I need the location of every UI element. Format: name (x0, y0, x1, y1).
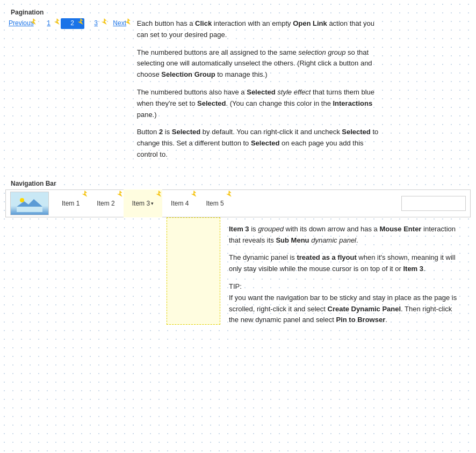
pagination-label: Pagination (5, 4, 471, 18)
pagination-description: Each button has a Click interaction with… (137, 18, 384, 160)
prev-button[interactable]: Previous (5, 18, 37, 29)
dropdown-arrow-icon: ▾ (151, 201, 154, 206)
navbar-description: Item 3 is grouped with its down arrow an… (220, 217, 471, 332)
lightning-icon (191, 191, 196, 197)
navbar-section: Navigation Bar Item 1 Item 2 Item 3 (0, 171, 476, 368)
pagination-desc-3: The numbered buttons also have a Selecte… (137, 87, 384, 120)
pagination-controls: Previous 1 2 3 Next (5, 18, 132, 29)
page-3-button[interactable]: 3 (84, 18, 108, 29)
lightning-icon (117, 191, 122, 197)
navbar-item-3[interactable]: Item 3 ▾ (124, 189, 162, 217)
submenu-panel (167, 217, 220, 325)
page-2-button[interactable]: 2 (61, 18, 84, 29)
lightning-icon (54, 18, 60, 25)
navbar-label: Navigation Bar (5, 176, 471, 189)
lightning-icon (226, 191, 232, 197)
lightning-icon (156, 191, 161, 197)
navbar-item-4[interactable]: Item 4 (162, 189, 197, 217)
lightning-icon (78, 18, 83, 25)
navbar-item-1[interactable]: Item 1 (53, 189, 88, 217)
bottom-layout: Item 3 is grouped with its down arrow an… (5, 217, 471, 362)
navbar-desc-1: Item 3 is grouped with its down arrow an… (229, 224, 462, 246)
pagination-layout: Previous 1 2 3 Next Each button has a Cl… (5, 18, 471, 160)
search-input[interactable] (404, 200, 476, 207)
navbar-desc-2: The dynamic panel is treated as a flyout… (229, 252, 462, 275)
navbar-logo (10, 192, 49, 215)
logo-image-icon (17, 195, 42, 212)
flyout-area (5, 217, 220, 362)
navbar-search[interactable] (401, 196, 466, 211)
next-button[interactable]: Next (108, 18, 132, 29)
page-1-button[interactable]: 1 (37, 18, 61, 29)
pagination-section: Pagination Previous 1 2 3 Next (0, 0, 476, 171)
navbar-item-2[interactable]: Item 2 (88, 189, 123, 217)
navbar-desc-3: TIP:If you want the navigation bar to be… (229, 281, 462, 326)
pagination-desc-1: Each button has a Click interaction with… (137, 18, 384, 41)
lightning-icon (102, 18, 107, 25)
pagination-desc-2: The numbered buttons are all assigned to… (137, 47, 384, 81)
navbar-item-5[interactable]: Item 5 (197, 189, 232, 217)
pagination-desc-4: Button 2 is Selected by default. You can… (137, 127, 384, 160)
navbar-widget: Item 1 Item 2 Item 3 ▾ Item 4 Item 5 (5, 189, 471, 217)
navbar-items: Item 1 Item 2 Item 3 ▾ Item 4 Item 5 (53, 189, 401, 217)
lightning-icon (82, 191, 87, 197)
svg-point-2 (20, 198, 24, 202)
